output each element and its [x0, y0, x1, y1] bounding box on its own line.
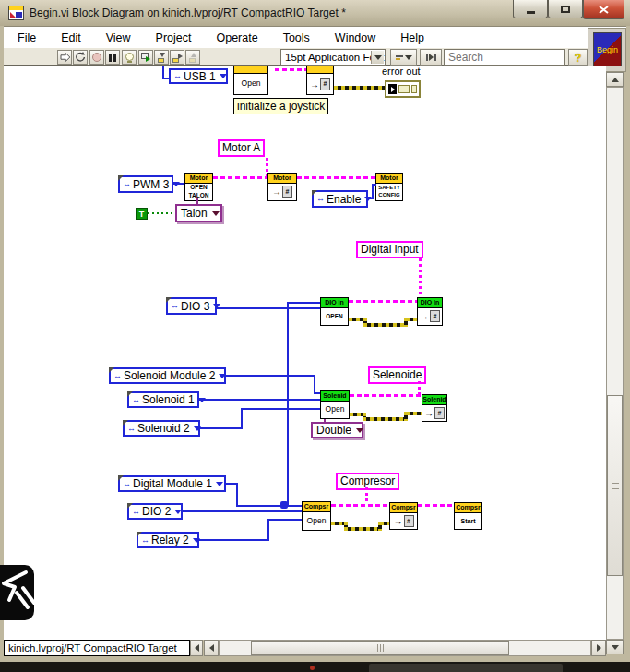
wire-sol-ref[interactable]: [350, 394, 422, 397]
control-relay2[interactable]: ↔ Relay 2: [137, 532, 199, 548]
wire-dio-ref[interactable]: [349, 300, 417, 303]
hscroll-right-button[interactable]: [591, 640, 606, 656]
menu-item-file[interactable]: File: [18, 31, 36, 44]
wire-pwm[interactable]: [173, 183, 184, 185]
highlight-execution-button[interactable]: [122, 50, 137, 65]
wire-relay-3[interactable]: [267, 519, 302, 521]
maximize-button[interactable]: [548, 0, 583, 18]
wire-relay-1[interactable]: [199, 539, 269, 541]
block-diagram-canvas[interactable]: [4, 66, 606, 640]
wire-error-comp-5[interactable]: [380, 522, 389, 525]
wire-solmod-2[interactable]: [314, 375, 315, 394]
node-joystick-open[interactable]: Open: [233, 66, 268, 95]
node-compressor-start[interactable]: Compsr Start: [454, 502, 482, 530]
vscroll-down-button[interactable]: [606, 640, 624, 654]
hscroll-left-button[interactable]: [204, 640, 219, 656]
step-over-button[interactable]: [170, 50, 184, 65]
wire-digmod-3[interactable]: [236, 505, 302, 507]
control-dio3[interactable]: ↔ DIO 3: [166, 297, 217, 315]
control-pwm3[interactable]: ↔ PWM 3: [118, 175, 173, 193]
node-compressor-write[interactable]: Compsr →#: [389, 502, 418, 530]
execution-target-selector[interactable]: kinich.lvproj/RT CompactRIO Target: [4, 640, 190, 656]
pause-button[interactable]: [105, 50, 120, 65]
wire-comp-ref-1[interactable]: [331, 504, 389, 507]
wire-usb-ref-v[interactable]: [162, 66, 164, 78]
run-continuously-button[interactable]: [73, 50, 88, 65]
wire-joystick-ref[interactable]: [275, 68, 306, 71]
label-digital-input[interactable]: Digital input: [356, 241, 423, 258]
menu-item-help[interactable]: Help: [400, 31, 424, 44]
hscroll-thumb[interactable]: [251, 641, 509, 655]
wire-sol2-1[interactable]: [199, 427, 242, 429]
wire-dio2[interactable]: [183, 510, 302, 512]
enum-talon[interactable]: Talon: [175, 204, 222, 222]
begin-vi-icon[interactable]: Begin: [593, 32, 622, 66]
wire-error-top[interactable]: [334, 86, 385, 90]
menu-item-edit[interactable]: Edit: [61, 31, 81, 44]
retain-wire-values-button[interactable]: [138, 50, 153, 65]
node-joystick-write[interactable]: →#: [306, 66, 334, 95]
menu-item-project[interactable]: Project: [156, 31, 192, 44]
true-constant[interactable]: T: [136, 208, 148, 220]
node-motor-write[interactable]: Motor →#: [267, 173, 297, 201]
node-solenoid-write[interactable]: Solenid →#: [422, 394, 447, 422]
wire-error-comp-3[interactable]: [344, 527, 382, 531]
menu-item-tools[interactable]: Tools: [283, 31, 310, 44]
font-selector-dropdown[interactable]: [371, 51, 384, 64]
wire-error-dio-3[interactable]: [363, 323, 408, 327]
wire-motor-ref-2[interactable]: [297, 176, 375, 179]
run-button[interactable]: [57, 50, 72, 65]
wire-solenoid-label[interactable]: [418, 381, 421, 395]
wire-digmod-2[interactable]: [236, 483, 238, 507]
minimize-button[interactable]: [513, 0, 548, 18]
control-solenoid2[interactable]: ↔ Solenoid 2: [123, 420, 200, 437]
close-button[interactable]: [583, 0, 624, 19]
wire-comp-ref-2[interactable]: [418, 504, 454, 507]
context-help-button[interactable]: ?: [568, 49, 588, 66]
wire-dio3[interactable]: [217, 307, 320, 309]
wire-junction-dot[interactable]: [280, 501, 288, 509]
wire-relay-2[interactable]: [267, 519, 269, 541]
menu-item-view[interactable]: View: [106, 31, 131, 44]
error-out-indicator[interactable]: [385, 80, 421, 98]
wire-error-dio-5[interactable]: [406, 318, 417, 321]
distribute-objects-button[interactable]: [420, 49, 442, 66]
wire-enable-2[interactable]: [372, 184, 374, 199]
search-box[interactable]: [444, 49, 565, 66]
node-compressor-open[interactable]: Compsr Open: [302, 501, 331, 531]
control-solenoid1[interactable]: ↔ Solenoid 1: [127, 391, 199, 408]
align-objects-button[interactable]: [390, 49, 417, 66]
wire-solmod-3[interactable]: [314, 392, 320, 394]
control-digital-module[interactable]: ↔ Digital Module 1: [118, 475, 226, 492]
abort-button[interactable]: [89, 50, 104, 65]
node-motor-safety[interactable]: Motor SAFETY CONFIG: [375, 173, 403, 201]
vscroll-up-button[interactable]: [606, 72, 624, 87]
menu-item-window[interactable]: Window: [335, 31, 375, 44]
wire-enable-3[interactable]: [372, 184, 376, 186]
node-motor-open[interactable]: Motor OPEN TALON: [184, 173, 213, 201]
node-solenoid-open[interactable]: Solenid Open: [320, 390, 350, 419]
step-out-button[interactable]: [185, 50, 200, 65]
node-dio-write[interactable]: DIO In →#: [417, 297, 443, 326]
wire-sol2-3[interactable]: [241, 408, 320, 410]
vscroll-thumb[interactable]: [607, 395, 623, 576]
node-dio-open[interactable]: DIO In OPEN: [320, 297, 349, 326]
wire-error-sol-5[interactable]: [406, 412, 422, 415]
wire-solmod-1[interactable]: [226, 375, 314, 377]
wire-sol2-2[interactable]: [241, 408, 243, 429]
free-label-joystick[interactable]: initialize a joystick: [233, 98, 328, 114]
wire-digital-label[interactable]: [419, 258, 422, 297]
wire-boolean[interactable]: [148, 212, 175, 214]
enum-double[interactable]: Double: [311, 422, 363, 438]
wire-module-top[interactable]: [288, 302, 320, 304]
label-motor-a[interactable]: Motor A: [218, 139, 265, 157]
control-enable[interactable]: ↔ Enable: [312, 190, 368, 208]
wire-module-trunk[interactable]: [287, 302, 289, 507]
menu-item-operate[interactable]: Operate: [216, 31, 257, 44]
font-selector[interactable]: 15pt Application Font: [280, 49, 386, 66]
control-dio2[interactable]: ↔ DIO 2: [127, 503, 183, 520]
wire-sol1[interactable]: [199, 399, 320, 401]
step-into-button[interactable]: [154, 50, 169, 65]
wire-compressor-label[interactable]: [365, 487, 368, 506]
wire-error-sol-3[interactable]: [363, 417, 406, 421]
